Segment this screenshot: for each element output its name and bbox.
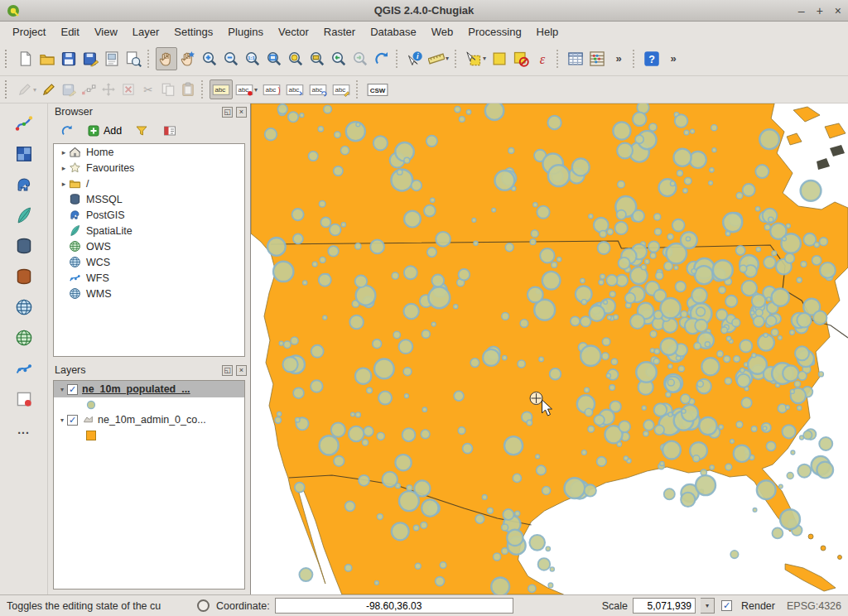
- toggle-editing-button[interactable]: [39, 79, 59, 99]
- pan-to-selection-button[interactable]: [177, 47, 199, 70]
- save-edits-button[interactable]: [59, 79, 79, 99]
- add-oracle-layer-button[interactable]: [11, 263, 37, 290]
- browser-close-button[interactable]: ×: [236, 107, 247, 118]
- new-project-button[interactable]: [15, 47, 36, 70]
- layer-visibility-checkbox[interactable]: ✓: [67, 415, 78, 426]
- toolbar-overflow-button[interactable]: »: [608, 47, 629, 70]
- browser-filter-button[interactable]: [131, 119, 152, 142]
- browser-item-mssql[interactable]: MSSQL: [54, 191, 244, 207]
- browser-item-wfs[interactable]: WFS: [54, 270, 244, 286]
- zoom-full-button[interactable]: [263, 47, 285, 70]
- deselect-all-button[interactable]: [510, 47, 532, 70]
- map-canvas[interactable]: [250, 103, 848, 594]
- zoom-to-selection-button[interactable]: [285, 47, 306, 70]
- zoom-native-button[interactable]: 1:1: [242, 47, 263, 70]
- browser-refresh-button[interactable]: [56, 119, 78, 142]
- title-bar[interactable]: QGIS 2.4.0-Chugiak – + ×: [0, 0, 848, 22]
- browser-collection-button[interactable]: [159, 119, 181, 142]
- zoom-out-button[interactable]: [220, 47, 242, 70]
- menu-edit[interactable]: Edit: [53, 24, 86, 40]
- dock-overflow-button[interactable]: ...: [11, 416, 37, 443]
- label-button[interactable]: abc: [210, 79, 233, 99]
- tree-expander-icon[interactable]: ▸: [59, 180, 69, 188]
- browser-item-wcs[interactable]: WCS: [54, 254, 244, 270]
- menu-vector[interactable]: Vector: [271, 24, 316, 40]
- tree-expander-icon[interactable]: ▸: [59, 148, 69, 156]
- layer-expander-icon[interactable]: ▾: [57, 386, 67, 393]
- layer-row[interactable]: ▾✓ne_10m_populated_...: [54, 381, 244, 397]
- scale-input[interactable]: [633, 598, 696, 614]
- help-button[interactable]: ?: [641, 47, 662, 70]
- browser-item-favourites[interactable]: ▸Favourites: [54, 160, 244, 176]
- zoom-last-button[interactable]: [328, 47, 349, 70]
- scale-dropdown-arrow-icon[interactable]: ▾: [701, 598, 715, 614]
- menu-processing[interactable]: Processing: [460, 24, 528, 40]
- node-tool-button[interactable]: [79, 79, 99, 99]
- add-spatialite-layer-button[interactable]: [11, 202, 37, 229]
- add-postgis-layer-button[interactable]: [11, 171, 37, 198]
- menu-raster[interactable]: Raster: [316, 24, 363, 40]
- menu-plugins[interactable]: Plugins: [220, 24, 271, 40]
- browser-item-[interactable]: ▸/: [54, 176, 244, 191]
- layers-float-button[interactable]: ◱: [222, 365, 233, 376]
- layers-close-button[interactable]: ×: [236, 365, 247, 376]
- cut-features-button[interactable]: ✂: [138, 79, 158, 99]
- toolbar-drag-handle[interactable]: [5, 80, 11, 99]
- toolbar-overflow-2-button[interactable]: »: [662, 47, 684, 70]
- maximize-button[interactable]: +: [817, 2, 823, 20]
- copy-features-button[interactable]: [158, 79, 178, 99]
- add-wms-layer-button[interactable]: [11, 294, 37, 320]
- current-edits-button[interactable]: ▾: [15, 79, 39, 99]
- move-feature-button[interactable]: [99, 79, 118, 99]
- select-by-expression-button[interactable]: ε: [532, 47, 553, 70]
- pan-map-button[interactable]: [156, 47, 177, 70]
- browser-item-postgis[interactable]: PostGIS: [54, 207, 244, 223]
- menu-settings[interactable]: Settings: [166, 24, 220, 40]
- browser-item-wms[interactable]: WMS: [54, 286, 244, 301]
- layer-expander-icon[interactable]: ▾: [57, 416, 67, 424]
- browser-item-ows[interactable]: OWS: [54, 238, 244, 254]
- paste-features-button[interactable]: [178, 79, 198, 99]
- render-checkbox[interactable]: ✓: [721, 600, 732, 611]
- zoom-to-layer-button[interactable]: [306, 47, 328, 70]
- browser-item-home[interactable]: ▸Home: [54, 144, 244, 160]
- add-raster-layer-button[interactable]: [11, 141, 37, 167]
- measure-button[interactable]: ▾: [426, 47, 451, 70]
- csw-button[interactable]: CSW: [364, 79, 391, 99]
- add-vector-layer-button[interactable]: [11, 110, 37, 137]
- menu-database[interactable]: Database: [363, 24, 424, 40]
- delete-selected-button[interactable]: [118, 79, 138, 99]
- attribute-table-button[interactable]: [565, 47, 586, 70]
- close-button[interactable]: ×: [835, 2, 841, 20]
- refresh-map-button[interactable]: [371, 47, 393, 70]
- label-highlight-button[interactable]: abc): [260, 79, 283, 99]
- layer-visibility-checkbox[interactable]: ✓: [67, 384, 78, 395]
- field-calculator-button[interactable]: [586, 47, 608, 70]
- browser-item-spatialite[interactable]: SpatiaLite: [54, 223, 244, 238]
- select-features-button[interactable]: ▾: [463, 47, 489, 70]
- menu-web[interactable]: Web: [424, 24, 461, 40]
- zoom-next-button[interactable]: [349, 47, 371, 70]
- select-by-area-button[interactable]: [489, 47, 510, 70]
- browser-add-button[interactable]: Add: [84, 119, 124, 142]
- menu-project[interactable]: Project: [5, 24, 53, 40]
- map-svg[interactable]: [251, 103, 848, 594]
- new-shapefile-layer-button[interactable]: [11, 386, 37, 412]
- save-project-as-button[interactable]: [80, 47, 101, 70]
- menu-view[interactable]: View: [87, 24, 125, 40]
- new-composer-button[interactable]: [101, 47, 123, 70]
- add-mssql-layer-button[interactable]: [11, 233, 37, 259]
- identify-button[interactable]: i: [404, 47, 426, 70]
- label-rotate-button[interactable]: abc: [306, 79, 330, 99]
- open-project-button[interactable]: [36, 47, 58, 70]
- add-wfs-layer-button[interactable]: [11, 355, 37, 382]
- layer-row[interactable]: ▾✓ne_10m_admin_0_co...: [54, 411, 244, 428]
- minimize-button[interactable]: –: [798, 2, 805, 20]
- zoom-in-button[interactable]: [199, 47, 220, 70]
- label-pin-button[interactable]: abc▾: [233, 79, 260, 99]
- crs-status[interactable]: EPSG:4326: [787, 600, 841, 612]
- tree-expander-icon[interactable]: ▸: [59, 164, 69, 172]
- add-wcs-layer-button[interactable]: [11, 325, 37, 351]
- menu-help[interactable]: Help: [529, 24, 566, 40]
- toolbar-drag-handle[interactable]: [5, 50, 11, 68]
